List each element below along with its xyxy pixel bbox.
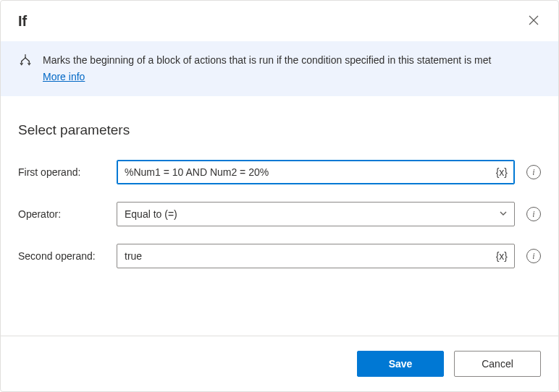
dialog-header: If <box>1 1 558 41</box>
operator-row: Operator: Equal to (=) i <box>18 202 541 226</box>
close-icon <box>529 15 539 27</box>
second-operand-input-wrap: {x} <box>117 244 515 268</box>
save-button[interactable]: Save <box>357 351 444 377</box>
close-button[interactable] <box>524 11 544 31</box>
parameters-section: Select parameters First operand: {x} i O… <box>1 96 558 336</box>
more-info-link[interactable]: More info <box>43 69 85 85</box>
first-operand-input-wrap: {x} <box>117 160 515 184</box>
cancel-button[interactable]: Cancel <box>454 351 541 377</box>
first-operand-label: First operand: <box>18 166 105 178</box>
operator-info-button[interactable]: i <box>526 207 541 221</box>
info-text: Marks the beginning of a block of action… <box>43 53 491 85</box>
second-operand-label: Second operand: <box>18 250 105 262</box>
operator-label: Operator: <box>18 208 105 220</box>
second-operand-input[interactable] <box>117 244 515 268</box>
branch-icon <box>18 53 33 67</box>
operator-select[interactable]: Equal to (=) <box>117 202 515 226</box>
operator-select-wrap: Equal to (=) <box>117 202 515 226</box>
info-description: Marks the beginning of a block of action… <box>43 54 491 66</box>
first-operand-row: First operand: {x} i <box>18 160 541 184</box>
dialog-title: If <box>18 13 27 30</box>
dialog-footer: Save Cancel <box>1 336 558 391</box>
first-operand-input[interactable] <box>117 160 515 184</box>
second-operand-info-button[interactable]: i <box>526 249 541 263</box>
info-bar: Marks the beginning of a block of action… <box>1 41 558 96</box>
parameters-title: Select parameters <box>18 122 541 138</box>
variable-picker-icon[interactable]: {x} <box>495 249 509 263</box>
first-operand-info-button[interactable]: i <box>526 165 541 179</box>
second-operand-row: Second operand: {x} i <box>18 244 541 268</box>
variable-picker-icon[interactable]: {x} <box>495 165 509 179</box>
